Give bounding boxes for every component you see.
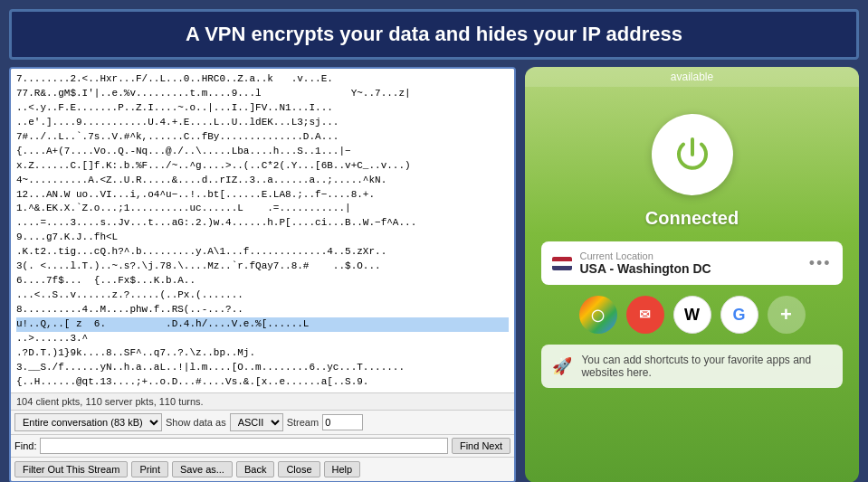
packet-line: 1.^&.EK.X.`Z.o...;1..........uc......L .…: [16, 202, 509, 216]
location-card: Current Location USA - Washington DC •••: [541, 241, 842, 285]
help-button[interactable]: Help: [324, 461, 361, 477]
packet-data-area: 7........2.<..Hxr...F/..L...0..HRC0..Z.a…: [11, 69, 514, 392]
app-icons-row: ◯ ✉ W G +: [579, 296, 806, 334]
available-text: available: [671, 71, 713, 83]
back-button[interactable]: Back: [236, 461, 274, 477]
google-icon-button[interactable]: G: [720, 296, 758, 334]
packet-line: ..>......3.^: [16, 332, 509, 346]
find-next-button[interactable]: Find Next: [452, 438, 510, 454]
location-name: USA - Washington DC: [579, 261, 711, 276]
print-button[interactable]: Print: [131, 461, 168, 477]
location-info: Current Location USA - Washington DC: [579, 250, 711, 276]
banner-text: A VPN encrypts your data and hides your …: [186, 23, 682, 45]
main-content: 7........2.<..Hxr...F/..L...0..HRC0..Z.a…: [9, 67, 859, 482]
shortcuts-hint-text: You can add shortcuts to your favorite a…: [581, 354, 831, 379]
packet-line: 8..........4..M....phw.f..RS(..-...?..: [16, 303, 509, 317]
packet-info-text: 104 client pkts, 110 server pkts, 110 tu…: [16, 396, 204, 407]
packet-line: ...<..S..v......z.?.....(..Px.(.......: [16, 288, 509, 303]
packet-info: 104 client pkts, 110 server pkts, 110 tu…: [11, 392, 514, 410]
toolbar-row: Entire conversation (83 kB) Show data as…: [11, 410, 514, 434]
packet-line: .?D.T.)1}9k....8..SF^..q7..?.\z..bp..Mj.: [16, 346, 509, 361]
packet-line: .K.t2..tig...cQ.h?^.b.........y.A\1...f.…: [16, 245, 509, 260]
show-data-label: Show data as: [166, 417, 226, 428]
packet-line: ..e'.]....9...........U.4.+.E....L..U..l…: [16, 116, 509, 130]
wireshark-panel: 7........2.<..Hxr...F/..L...0..HRC0..Z.a…: [9, 67, 516, 482]
packet-line: 9....g7.K.J..fh<L: [16, 231, 509, 245]
packet-line: 7#../..L..`.7s..V.#^k,......C..fBy......…: [16, 130, 509, 145]
banner: A VPN encrypts your data and hides your …: [9, 9, 859, 60]
close-button[interactable]: Close: [278, 461, 320, 477]
save-as-button[interactable]: Save as...: [172, 461, 233, 477]
packet-line: {..H......@qt.13....;+..o.D...#....Vs.&.…: [16, 375, 509, 390]
vpn-available-bar: available: [525, 67, 859, 87]
power-icon: [670, 132, 715, 177]
packet-line: 3(. <....l.T.)..~.s?.\j.78.\....Mz..`r.f…: [16, 260, 509, 274]
shortcuts-hint: 🚀 You can add shortcuts to your favorite…: [541, 345, 842, 388]
packet-line: 3.__S./f......yN..h.a..aL..!|l.m....[O..…: [16, 361, 509, 375]
us-flag-icon: [552, 257, 572, 270]
vpn-power-button[interactable]: [652, 114, 733, 195]
packet-line: ..<.y..F.E.......P..Z.I....~.o..|...I..]…: [16, 101, 509, 116]
more-options-button[interactable]: •••: [809, 254, 832, 273]
packet-line-highlighted: u!..Q,..[ z 6. .D.4.h/....V.e.%[......L: [16, 317, 509, 332]
packet-line: 4~..........A.<Z..U.R.....&....d..rIZ..3…: [16, 174, 509, 188]
stream-label: Stream: [287, 417, 319, 428]
vpn-status: Connected: [645, 208, 739, 229]
find-input[interactable]: [40, 438, 447, 454]
bottom-buttons-row: Filter Out This Stream Print Save as... …: [11, 457, 514, 481]
packet-line: 6....7f$... {...Fx$...K.b.A..: [16, 274, 509, 288]
find-row: Find: Find Next: [11, 434, 514, 457]
chrome-icon-button[interactable]: ◯: [579, 296, 617, 334]
vpn-panel: available Connected Current Location USA…: [525, 67, 859, 482]
packet-line: x.Z......C.[]f.K:.b.%F.../~..^g....>..(.…: [16, 159, 509, 174]
add-shortcut-button[interactable]: +: [768, 296, 806, 334]
packet-line: 7........2.<..Hxr...F/..L...0..HRC0..Z.a…: [16, 72, 509, 87]
show-data-select[interactable]: ASCII: [230, 413, 283, 431]
rocket-icon: 🚀: [552, 356, 572, 376]
location-label: Current Location: [579, 250, 711, 261]
conversation-select[interactable]: Entire conversation (83 kB): [14, 413, 162, 431]
packet-line: 77.R&..gM$.I'|..e.%v.........t.m....9...…: [16, 87, 509, 101]
packet-line: {....A+(7....Vo..Q.-Nq...@./..\.....Lba.…: [16, 145, 509, 159]
wikipedia-icon-button[interactable]: W: [673, 296, 711, 334]
packet-line: ....=....3....s..Jv...t...aG:.2.)w.4....…: [16, 216, 509, 231]
gmail-icon-button[interactable]: ✉: [626, 296, 664, 334]
find-label: Find:: [14, 440, 36, 451]
stream-input[interactable]: [322, 414, 363, 430]
packet-line: 12...AN.W uo..VI...i,.o4^u−..!..bt[.....…: [16, 188, 509, 203]
filter-out-stream-button[interactable]: Filter Out This Stream: [14, 461, 128, 477]
location-left: Current Location USA - Washington DC: [552, 250, 711, 276]
